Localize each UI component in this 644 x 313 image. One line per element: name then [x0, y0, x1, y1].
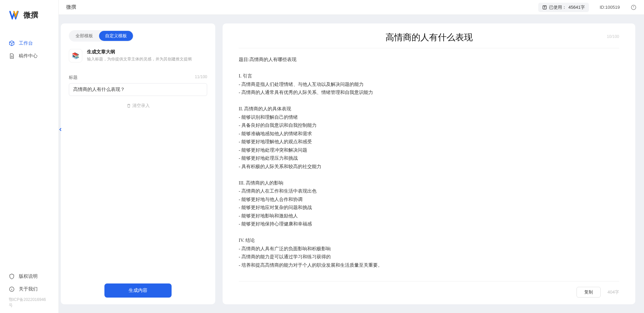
- logo-text: 微撰: [24, 10, 38, 20]
- nav-label: 稿件中心: [19, 53, 38, 59]
- usage-chip[interactable]: 已使用：45641字: [538, 3, 589, 12]
- template-card: 📚 生成文章大纲 输入标题，为你提供文章主体的灵感，并为其创建推文提纲: [69, 49, 207, 62]
- sidebar-collapse-handle[interactable]: [58, 125, 62, 134]
- left-panel: 全部模板 自定义模板 📚 生成文章大纲 输入标题，为你提供文章主体的灵感，并为其…: [61, 23, 215, 304]
- title-char-counter: 11/100: [195, 74, 207, 81]
- template-desc: 输入标题，为你提供文章主体的灵感，并为其创建推文提纲: [87, 56, 192, 62]
- template-icon: 📚: [69, 49, 82, 62]
- nav-drafts[interactable]: 稿件中心: [0, 50, 58, 62]
- output-body[interactable]: 题目:高情商的人有哪些表现 I. 引言 - 高情商是指人们处理情绪、与他人互动以…: [239, 56, 619, 277]
- title-input[interactable]: [69, 83, 207, 96]
- footer-label: 关于我们: [19, 286, 38, 292]
- logo[interactable]: 微撰: [0, 0, 58, 30]
- power-button[interactable]: [631, 4, 637, 10]
- tab-custom-templates[interactable]: 自定义模板: [99, 31, 133, 41]
- logo-icon: [9, 10, 21, 20]
- trash-icon: [127, 104, 131, 108]
- main: 微撰 已使用：45641字 ID:100519 全部模板 自定义模板: [59, 0, 644, 313]
- tab-all-templates[interactable]: 全部模板: [70, 31, 99, 41]
- title-field-label: 标题: [69, 74, 78, 81]
- info-icon: [9, 286, 15, 292]
- clear-input-button[interactable]: 清空录入: [69, 103, 207, 109]
- copy-button[interactable]: 复制: [577, 287, 601, 298]
- cube-icon: [9, 40, 15, 46]
- output-title-counter: 10/100: [607, 34, 619, 39]
- nav-list: 工作台 稿件中心: [0, 30, 58, 270]
- text-icon: [542, 5, 547, 10]
- generate-button[interactable]: 生成内容: [104, 283, 172, 298]
- books-icon: 📚: [72, 52, 79, 59]
- power-icon: [631, 4, 637, 10]
- nav-label: 工作台: [19, 40, 33, 46]
- document-icon: [9, 53, 15, 59]
- output-title: 高情商的人有什么表现: [239, 32, 619, 43]
- footer-copyright[interactable]: 版权说明: [0, 270, 58, 283]
- user-id: ID:100519: [600, 5, 620, 10]
- icp-text: 鄂ICP备2022016946号: [0, 296, 58, 310]
- footer-label: 版权说明: [19, 273, 38, 279]
- footer-about[interactable]: 关于我们: [0, 283, 58, 296]
- sidebar-footer: 版权说明 关于我们 鄂ICP备2022016946号: [0, 270, 58, 313]
- topbar-title: 微撰: [66, 4, 76, 10]
- template-tabs: 全部模板 自定义模板: [69, 30, 134, 42]
- topbar: 微撰 已使用：45641字 ID:100519: [59, 0, 644, 15]
- template-title: 生成文章大纲: [87, 49, 192, 55]
- sidebar: 微撰 工作台 稿件中心 版权说明 关于我们 鄂ICP备2022016946号: [0, 0, 59, 313]
- output-word-count: 404字: [607, 289, 619, 295]
- shield-icon: [9, 273, 15, 279]
- right-panel: 高情商的人有什么表现 10/100 题目:高情商的人有哪些表现 I. 引言 - …: [223, 23, 635, 304]
- nav-workspace[interactable]: 工作台: [0, 37, 58, 50]
